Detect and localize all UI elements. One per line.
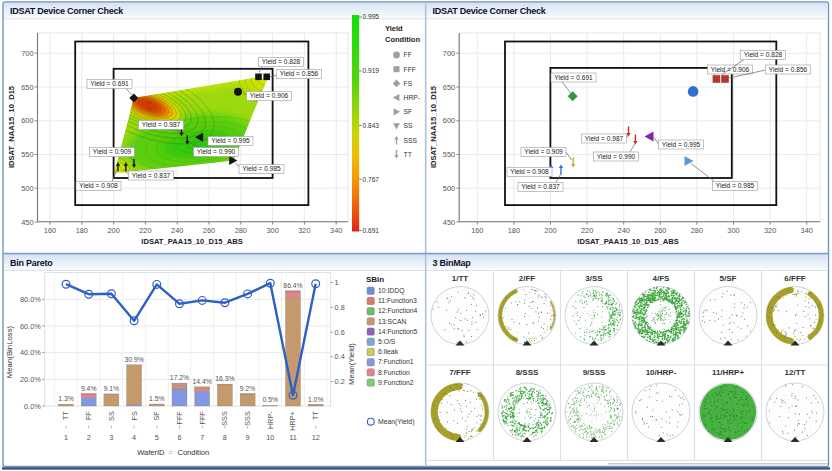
svg-text:Yield = 0.987: Yield = 0.987 (585, 135, 624, 142)
svg-text:650: 650 (21, 83, 33, 92)
svg-text:320: 320 (764, 226, 776, 235)
svg-text:700: 700 (21, 49, 33, 58)
svg-text:Mean(BinLoss): Mean(BinLoss) (5, 325, 14, 378)
svg-text:SSS: SSS (404, 137, 418, 144)
svg-text:280: 280 (235, 226, 247, 235)
svg-text:FFF: FFF (175, 411, 184, 425)
svg-text:600: 600 (443, 116, 455, 125)
svg-text:7: 7 (200, 433, 204, 442)
svg-text:0.691: 0.691 (363, 227, 380, 234)
svg-text:1: 1 (335, 278, 339, 287)
svg-text:240: 240 (618, 226, 630, 235)
svg-text:1.0%: 1.0% (308, 396, 324, 403)
svg-text:Yield = 0.828: Yield = 0.828 (744, 51, 783, 58)
svg-text:3: 3 (109, 433, 113, 442)
svg-text:0.2: 0.2 (335, 377, 345, 386)
svg-text:6: 6 (177, 433, 181, 442)
svg-text:8: 8 (223, 433, 227, 442)
svg-text:8:Function: 8:Function (378, 369, 410, 376)
svg-text:300: 300 (727, 226, 739, 235)
svg-text:240: 240 (171, 226, 183, 235)
svg-text:220: 220 (139, 226, 151, 235)
svg-text:Yield = 0.906: Yield = 0.906 (250, 92, 289, 99)
svg-text:0.767: 0.767 (363, 176, 380, 183)
svg-text:Yield = 0.908: Yield = 0.908 (79, 182, 118, 189)
svg-text:7:Function1: 7:Function1 (378, 358, 414, 365)
svg-text:340: 340 (330, 226, 342, 235)
svg-text:0.4: 0.4 (335, 352, 345, 361)
svg-text:14:Function5: 14:Function5 (378, 328, 418, 335)
svg-text:HRP-: HRP- (404, 94, 421, 101)
svg-text:1.3%: 1.3% (58, 395, 74, 402)
svg-text:SS: SS (404, 122, 414, 129)
svg-text:FFF: FFF (404, 66, 416, 73)
svg-text:Bin Pareto: Bin Pareto (10, 258, 53, 268)
svg-text:9.1%: 9.1% (104, 385, 120, 392)
svg-text:160: 160 (44, 226, 56, 235)
svg-text:8/SSS: 8/SSS (516, 368, 539, 377)
svg-text:1.5%: 1.5% (149, 395, 165, 402)
svg-text:450: 450 (443, 218, 455, 227)
svg-text:IDSAT_NAA15_10_D15: IDSAT_NAA15_10_D15 (429, 85, 438, 168)
svg-text:Yield = 0.828: Yield = 0.828 (262, 58, 301, 65)
svg-text:260: 260 (203, 226, 215, 235)
svg-text:60.0%: 60.0% (20, 322, 41, 331)
svg-text:TT: TT (311, 411, 320, 420)
svg-text:3 BinMap: 3 BinMap (433, 258, 472, 268)
svg-text:Mean(Yield): Mean(Yield) (378, 418, 414, 426)
svg-text:1: 1 (64, 433, 68, 442)
svg-text:Yield = 0.985: Yield = 0.985 (242, 165, 281, 172)
svg-text:5:O/S: 5:O/S (378, 338, 396, 345)
svg-text:9: 9 (246, 433, 250, 442)
svg-text:16.3%: 16.3% (215, 375, 234, 382)
svg-text:11: 11 (289, 433, 297, 442)
svg-text:SF: SF (404, 108, 413, 115)
svg-text:10: 10 (266, 433, 274, 442)
svg-text:17.2%: 17.2% (170, 374, 189, 381)
svg-text:11/HRP+: 11/HRP+ (712, 368, 745, 377)
svg-text:13:SCAN: 13:SCAN (378, 318, 406, 325)
svg-text:Yield = 0.990: Yield = 0.990 (597, 153, 636, 160)
svg-text:1/TT: 1/TT (452, 274, 469, 283)
svg-text:80.0%: 80.0% (20, 295, 41, 304)
svg-text:IDSAT_PAA15_10_D15_ABS: IDSAT_PAA15_10_D15_ABS (141, 237, 242, 246)
svg-text:12:Function4: 12:Function4 (378, 307, 418, 314)
svg-text:Yield = 0.909: Yield = 0.909 (93, 148, 132, 155)
svg-text:0.0%: 0.0% (24, 402, 41, 411)
svg-text:FF: FF (84, 411, 93, 420)
svg-text:SBin: SBin (366, 275, 384, 284)
svg-text:160: 160 (471, 226, 483, 235)
svg-text:FS: FS (130, 411, 139, 420)
svg-text:10/HRP-: 10/HRP- (646, 368, 677, 377)
svg-text:SSS: SSS (243, 411, 252, 426)
svg-text:IDSAT Device Corner Check: IDSAT Device Corner Check (10, 6, 124, 16)
svg-text:0.919: 0.919 (363, 67, 380, 74)
svg-text:20.0%: 20.0% (20, 375, 41, 384)
svg-text:=: = (168, 449, 172, 456)
svg-text:650: 650 (443, 83, 455, 92)
svg-text:Yield = 0.691: Yield = 0.691 (554, 74, 593, 81)
svg-text:IDSAT_PAA15_10_D15_ABS: IDSAT_PAA15_10_D15_ABS (577, 237, 678, 246)
svg-text:7/FFF: 7/FFF (449, 368, 470, 377)
svg-text:500: 500 (443, 184, 455, 193)
svg-text:Yield = 0.985: Yield = 0.985 (716, 182, 755, 189)
svg-text:9.2%: 9.2% (240, 385, 256, 392)
svg-text:Condition: Condition (178, 448, 210, 457)
svg-text:12/TT: 12/TT (785, 368, 806, 377)
svg-text:Yield = 0.856: Yield = 0.856 (280, 70, 319, 77)
svg-text:300: 300 (266, 226, 278, 235)
svg-text:FS: FS (404, 80, 413, 87)
svg-text:Yield = 0.990: Yield = 0.990 (197, 148, 236, 155)
svg-text:TT: TT (62, 411, 71, 420)
svg-text:9.4%: 9.4% (81, 385, 97, 392)
svg-text:Yield = 0.908: Yield = 0.908 (510, 168, 549, 175)
svg-text:WaferID: WaferID (137, 448, 165, 457)
svg-text:IDSAT_NAA15_10_D15: IDSAT_NAA15_10_D15 (7, 85, 16, 168)
svg-text:200: 200 (544, 226, 556, 235)
svg-text:9/SSS: 9/SSS (583, 368, 606, 377)
svg-text:6/FFF: 6/FFF (784, 274, 805, 283)
svg-text:3/SS: 3/SS (585, 274, 603, 283)
svg-text:450: 450 (21, 218, 33, 227)
svg-text:0.8: 0.8 (335, 303, 345, 312)
svg-text:10:IDDQ: 10:IDDQ (378, 287, 404, 295)
